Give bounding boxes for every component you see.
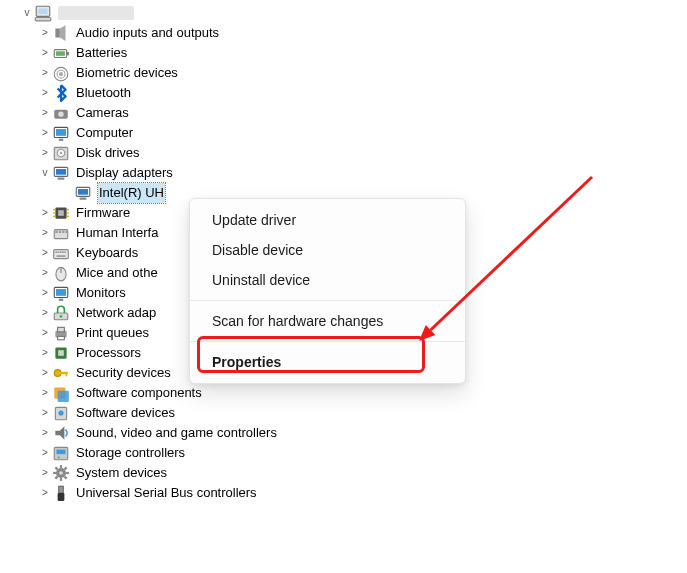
context-menu-separator	[190, 300, 465, 301]
expander-icon[interactable]: >	[38, 103, 52, 123]
tree-node-swcomp[interactable]: >Software components	[38, 383, 687, 403]
expander-icon[interactable]: >	[38, 43, 52, 63]
bluetooth-icon	[52, 84, 70, 102]
expander-icon[interactable]: >	[38, 223, 52, 243]
tree-node-batteries[interactable]: >Batteries	[38, 43, 687, 63]
tree-node-computer[interactable]: >Computer	[38, 123, 687, 143]
audio-icon	[52, 24, 70, 42]
expander-icon[interactable]: >	[38, 323, 52, 343]
tree-root-row[interactable]: v	[16, 3, 687, 23]
tree-node-label: Processors	[76, 343, 141, 363]
tree-node-label: Universal Serial Bus controllers	[76, 483, 257, 503]
expander-icon[interactable]: v	[38, 163, 52, 183]
tree-node-label: Network adap	[76, 303, 156, 323]
tree-node-label: Intel(R) UH	[98, 183, 165, 203]
tree-node-label: Keyboards	[76, 243, 138, 263]
diskdrv-icon	[52, 144, 70, 162]
tree-node-label: Firmware	[76, 203, 130, 223]
tree-node-label: Storage controllers	[76, 443, 185, 463]
expander-icon[interactable]: >	[38, 383, 52, 403]
printq-icon	[52, 324, 70, 342]
mice-icon	[52, 264, 70, 282]
tree-node-label: Display adapters	[76, 163, 173, 183]
tree-node-system[interactable]: >System devices	[38, 463, 687, 483]
tree-node-bluetooth[interactable]: >Bluetooth	[38, 83, 687, 103]
tree-node-label: Disk drives	[76, 143, 140, 163]
expander-icon[interactable]: >	[38, 403, 52, 423]
computer-root-icon	[34, 4, 52, 22]
swdev-icon	[52, 404, 70, 422]
tree-node-label: Bluetooth	[76, 83, 131, 103]
display-icon	[52, 164, 70, 182]
context-menu-uninstall[interactable]: Uninstall device	[190, 265, 465, 295]
tree-node-label: Software components	[76, 383, 202, 403]
expander-icon[interactable]: >	[38, 463, 52, 483]
hid-icon	[52, 224, 70, 242]
cameras-icon	[52, 104, 70, 122]
tree-node-storage[interactable]: >Storage controllers	[38, 443, 687, 463]
usb-icon	[52, 484, 70, 502]
tree-node-usb[interactable]: >Universal Serial Bus controllers	[38, 483, 687, 503]
expander-icon[interactable]: >	[38, 143, 52, 163]
security-icon	[52, 364, 70, 382]
tree-node-swdev[interactable]: >Software devices	[38, 403, 687, 423]
tree-node-label: Print queues	[76, 323, 149, 343]
intel-icon	[74, 184, 92, 202]
expander-icon[interactable]: v	[20, 3, 34, 23]
expander-icon[interactable]: >	[38, 423, 52, 443]
context-menu-disable[interactable]: Disable device	[190, 235, 465, 265]
tree-node-cameras[interactable]: >Cameras	[38, 103, 687, 123]
tree-node-display[interactable]: vDisplay adapters	[38, 163, 687, 183]
proc-icon	[52, 344, 70, 362]
context-menu: Update driverDisable deviceUninstall dev…	[189, 198, 466, 384]
tree-node-label: Batteries	[76, 43, 127, 63]
sound-icon	[52, 424, 70, 442]
computer-icon	[52, 124, 70, 142]
swcomp-icon	[52, 384, 70, 402]
expander-icon[interactable]: >	[38, 83, 52, 103]
tree-node-biometric[interactable]: >Biometric devices	[38, 63, 687, 83]
expander-icon[interactable]: >	[38, 443, 52, 463]
expander-icon[interactable]: >	[38, 343, 52, 363]
tree-node-label: Cameras	[76, 103, 129, 123]
storage-icon	[52, 444, 70, 462]
tree-node-label: Monitors	[76, 283, 126, 303]
computer-root-label	[58, 6, 134, 20]
tree-node-label: Mice and othe	[76, 263, 158, 283]
tree-node-sound[interactable]: >Sound, video and game controllers	[38, 423, 687, 443]
system-icon	[52, 464, 70, 482]
batteries-icon	[52, 44, 70, 62]
expander-icon[interactable]: >	[38, 303, 52, 323]
expander-icon[interactable]: >	[38, 483, 52, 503]
context-menu-scan[interactable]: Scan for hardware changes	[190, 306, 465, 336]
expander-icon[interactable]: >	[38, 63, 52, 83]
expander-icon[interactable]: >	[38, 23, 52, 43]
tree-node-label: Biometric devices	[76, 63, 178, 83]
tree-node-diskdrv[interactable]: >Disk drives	[38, 143, 687, 163]
tree-node-label: Software devices	[76, 403, 175, 423]
tree-node-label: Computer	[76, 123, 133, 143]
tree-node-label: Audio inputs and outputs	[76, 23, 219, 43]
tree-node-label: Sound, video and game controllers	[76, 423, 277, 443]
context-menu-separator	[190, 341, 465, 342]
tree-node-label: Security devices	[76, 363, 171, 383]
keyboards-icon	[52, 244, 70, 262]
context-menu-properties[interactable]: Properties	[190, 347, 465, 377]
expander-icon[interactable]: >	[38, 203, 52, 223]
expander-icon[interactable]: >	[38, 243, 52, 263]
monitors-icon	[52, 284, 70, 302]
tree-node-label: Human Interfa	[76, 223, 158, 243]
expander-icon[interactable]: >	[38, 283, 52, 303]
network-icon	[52, 304, 70, 322]
expander-icon[interactable]: >	[38, 123, 52, 143]
expander-icon[interactable]: >	[38, 263, 52, 283]
context-menu-update[interactable]: Update driver	[190, 205, 465, 235]
tree-node-label: System devices	[76, 463, 167, 483]
expander-icon[interactable]: >	[38, 363, 52, 383]
tree-node-audio[interactable]: >Audio inputs and outputs	[38, 23, 687, 43]
biometric-icon	[52, 64, 70, 82]
firmware-icon	[52, 204, 70, 222]
